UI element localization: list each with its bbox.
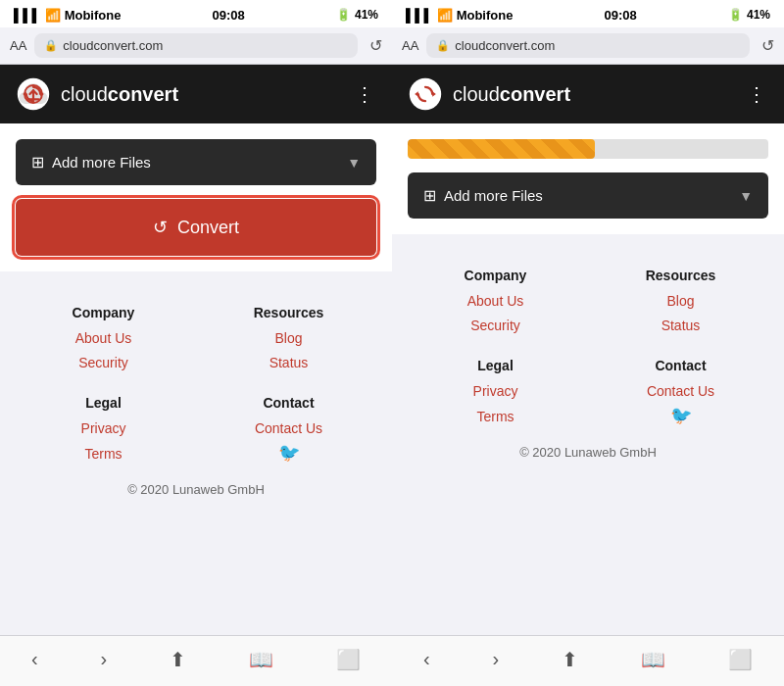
browser-url-text-right: cloudconvert.com (455, 38, 555, 53)
footer-legal-heading-right: Legal (408, 358, 583, 373)
svg-point-4 (410, 78, 441, 110)
footer-contact-heading-right: Contact (593, 358, 768, 373)
share-icon-left[interactable]: ⬆ (170, 648, 186, 671)
bottom-nav-left: ‹ › ⬆ 📖 ⬜ (0, 635, 392, 686)
status-bar-right: ▌▌▌ 📶 Mobifone 09:08 🔋 41% (392, 0, 784, 27)
footer-status-link-left[interactable]: Status (201, 351, 376, 375)
footer-contact-heading-left: Contact (201, 395, 376, 411)
tabs-icon-left[interactable]: ⬜ (336, 648, 361, 671)
convert-icon-left: ↺ (153, 217, 168, 238)
browser-chrome-left: AA 🔒 cloudconvert.com ↺ (0, 27, 392, 65)
footer-company-heading-right: Company (408, 268, 583, 283)
add-files-left-left: ⊞ Add more Files (31, 153, 151, 172)
footer-company-left: Company About Us Security (16, 305, 191, 375)
add-files-label-right: Add more Files (444, 187, 543, 204)
forward-icon-right[interactable]: › (493, 648, 500, 670)
main-content-right: ⊞ Add more Files ▼ (392, 123, 784, 234)
convert-button-left[interactable]: ↺ Convert (16, 199, 376, 256)
footer-resources-right: Resources Blog Status (593, 268, 768, 338)
signal-icon: ▌▌▌ (14, 8, 41, 23)
footer-about-us-link-right[interactable]: About Us (408, 289, 583, 314)
logo-text-left: cloudconvert (61, 83, 178, 106)
footer-grid-left: Company About Us Security Resources Blog… (16, 305, 376, 466)
left-phone-panel: ▌▌▌ 📶 Mobifone 09:08 🔋 41% AA 🔒 cloudcon… (0, 0, 392, 686)
add-files-button-right[interactable]: ⊞ Add more Files ▼ (408, 172, 768, 219)
bookmarks-icon-right[interactable]: 📖 (641, 648, 665, 671)
header-menu-right[interactable]: ⋮ (747, 82, 768, 106)
footer-security-link-right[interactable]: Security (408, 314, 583, 338)
add-files-button-left[interactable]: ⊞ Add more Files ▼ (16, 139, 376, 185)
reload-icon-right[interactable]: ↺ (761, 36, 774, 55)
signal-icon-right: ▌▌▌ (406, 8, 433, 23)
footer-resources-heading-left: Resources (201, 305, 376, 320)
footer-privacy-link-left[interactable]: Privacy (16, 416, 191, 441)
add-files-icon-left: ⊞ (31, 153, 44, 172)
convert-label-left: Convert (177, 218, 239, 238)
logo-area-left: cloudconvert (16, 76, 178, 112)
header-menu-left[interactable]: ⋮ (355, 82, 376, 106)
copyright-left: © 2020 Lunaweb GmbH (16, 482, 376, 497)
browser-aa-left[interactable]: AA (10, 38, 26, 53)
back-icon-left[interactable]: ‹ (31, 648, 38, 670)
footer-terms-link-left[interactable]: Terms (16, 442, 191, 466)
browser-url-bar-left[interactable]: 🔒 cloudconvert.com (34, 33, 358, 58)
add-files-icon-right: ⊞ (423, 186, 436, 205)
add-files-chevron-left: ▼ (347, 155, 361, 171)
reload-icon-left[interactable]: ↺ (369, 36, 382, 55)
copyright-right: © 2020 Lunaweb GmbH (408, 445, 768, 460)
footer-contact-us-link-left[interactable]: Contact Us (201, 416, 376, 441)
back-icon-right[interactable]: ‹ (423, 648, 430, 670)
browser-aa-right[interactable]: AA (402, 38, 418, 53)
progress-bar-container-right (408, 139, 768, 159)
section-gap-left (0, 271, 392, 281)
twitter-icon-left[interactable]: 🐦 (201, 442, 376, 464)
footer-company-heading-left: Company (16, 305, 191, 320)
status-battery-right: 🔋 41% (728, 8, 770, 22)
forward-icon-left[interactable]: › (101, 648, 108, 670)
status-time-right: 09:08 (605, 8, 637, 23)
footer-contact-right: Contact Contact Us 🐦 (593, 358, 768, 428)
tabs-icon-right[interactable]: ⬜ (728, 648, 753, 671)
logo-area-right: cloudconvert (408, 76, 570, 112)
footer-security-link-left[interactable]: Security (16, 351, 191, 375)
twitter-icon-right[interactable]: 🐦 (593, 405, 768, 426)
footer-legal-heading-left: Legal (16, 395, 191, 411)
progress-bar-fill-right (408, 139, 595, 159)
status-battery-left: 🔋 41% (336, 8, 378, 22)
footer-resources-left: Resources Blog Status (201, 305, 376, 375)
status-carrier-right: ▌▌▌ 📶 Mobifone (406, 8, 513, 23)
bookmarks-icon-left[interactable]: 📖 (249, 648, 273, 671)
add-files-left-right: ⊞ Add more Files (423, 186, 543, 205)
footer-blog-link-left[interactable]: Blog (201, 326, 376, 351)
right-phone-panel: ▌▌▌ 📶 Mobifone 09:08 🔋 41% AA 🔒 cloudcon… (392, 0, 784, 686)
app-content-right: cloudconvert ⋮ ⊞ Add more Files ▼ (392, 65, 784, 635)
footer-status-link-right[interactable]: Status (593, 314, 768, 338)
status-time-left: 09:08 (213, 8, 245, 23)
share-icon-right[interactable]: ⬆ (562, 648, 578, 671)
status-carrier-left: ▌▌▌ 📶 Mobifone (14, 8, 121, 23)
logo-icon-left (16, 76, 51, 112)
wifi-icon: 📶 (45, 8, 61, 23)
footer-legal-right: Legal Privacy Terms (408, 358, 583, 428)
browser-chrome-right: AA 🔒 cloudconvert.com ↺ (392, 27, 784, 65)
main-content-left: ⊞ Add more Files ▼ ↺ Convert (0, 123, 392, 271)
footer-about-us-link-left[interactable]: About Us (16, 326, 191, 351)
footer-privacy-link-right[interactable]: Privacy (408, 379, 583, 404)
lock-icon-left: 🔒 (44, 39, 58, 52)
footer-left: Company About Us Security Resources Blog… (0, 281, 392, 513)
browser-url-text-left: cloudconvert.com (63, 38, 163, 53)
footer-grid-right: Company About Us Security Resources Blog… (408, 268, 768, 429)
app-content-left: cloudconvert ⋮ ⊞ Add more Files ▼ ↺ Conv… (0, 65, 392, 635)
add-files-chevron-right: ▼ (739, 188, 753, 204)
logo-text-right: cloudconvert (453, 83, 570, 106)
footer-blog-link-right[interactable]: Blog (593, 289, 768, 314)
add-files-label-left: Add more Files (52, 154, 151, 171)
footer-resources-heading-right: Resources (593, 268, 768, 283)
browser-url-bar-right[interactable]: 🔒 cloudconvert.com (426, 33, 750, 58)
footer-legal-left: Legal Privacy Terms (16, 395, 191, 466)
footer-contact-left: Contact Contact Us 🐦 (201, 395, 376, 466)
footer-terms-link-right[interactable]: Terms (408, 405, 583, 429)
battery-icon-right: 🔋 (728, 8, 743, 22)
footer-contact-us-link-right[interactable]: Contact Us (593, 379, 768, 404)
app-header-left: cloudconvert ⋮ (0, 65, 392, 123)
